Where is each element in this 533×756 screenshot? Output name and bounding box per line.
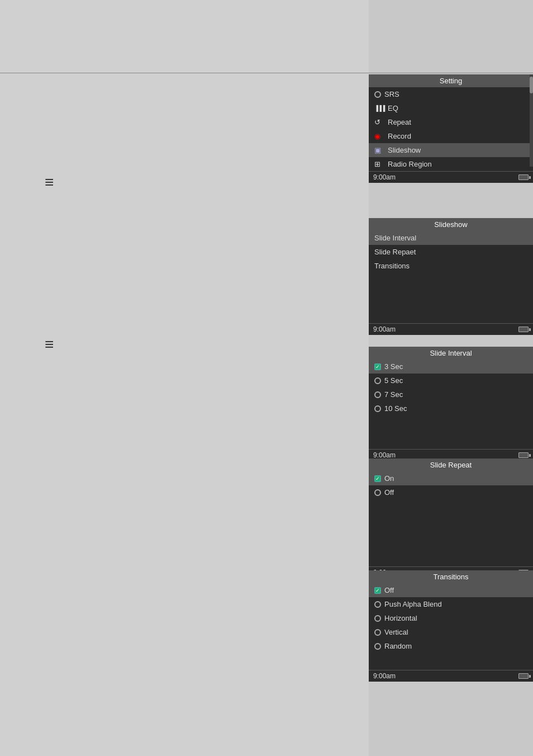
separator-line (0, 73, 533, 73)
transitions-panel-footer: 9:00am (369, 670, 533, 682)
slide-repeat-header: Slide Repeat (369, 459, 533, 471)
setting-item-eq[interactable]: ▐▐▐ EQ (369, 101, 533, 115)
transitions-time: 9:00am (373, 672, 396, 680)
setting-scrollbar-thumb (530, 77, 533, 93)
slideshow-panel: Slideshow Slide Interval Slide Repaet Tr… (369, 218, 533, 335)
push-alpha-label: Push Alpha Blend (384, 600, 442, 608)
transitions-panel: Transitions Off Push Alpha Blend Horizon… (369, 570, 533, 682)
slideshow-spacer-2 (369, 290, 533, 306)
setting-item-repeat[interactable]: ↺ Repeat (369, 115, 533, 129)
transitions-battery (518, 673, 529, 679)
repeat-spacer-4 (369, 550, 533, 566)
record-label: Record (388, 132, 411, 140)
interval-5sec-radio (374, 377, 381, 384)
slideshow-item-interval[interactable]: Slide Interval (369, 231, 533, 245)
menu-icon-2: ≡ (45, 336, 54, 353)
slide-interval-label: Slide Interval (374, 234, 416, 242)
interval-battery (518, 452, 529, 458)
interval-10sec[interactable]: 10 Sec (369, 401, 533, 415)
menu-icon-1: ≡ (45, 173, 54, 191)
interval-spacer-1 (369, 415, 533, 432)
slide-interval-panel: Slide Interval 3 Sec 5 Sec 7 Sec 10 Sec … (369, 347, 533, 461)
record-icon: ◉ (374, 132, 384, 140)
repeat-on[interactable]: On (369, 471, 533, 485)
slide-repeat-label: Slide Repaet (374, 248, 416, 256)
slide-interval-header: Slide Interval (369, 347, 533, 360)
repeat-label: Repeat (388, 118, 411, 126)
slideshow-label: Slideshow (388, 146, 421, 154)
eq-icon: ▐▐▐ (374, 105, 384, 111)
repeat-off[interactable]: Off (369, 485, 533, 499)
slideshow-battery (518, 327, 529, 332)
transition-vertical[interactable]: Vertical (369, 625, 533, 639)
interval-3sec[interactable]: 3 Sec (369, 360, 533, 374)
push-alpha-radio (374, 601, 381, 608)
repeat-icon: ↺ (374, 118, 384, 126)
radio-region-icon: ⊞ (374, 160, 384, 168)
interval-spacer-2 (369, 432, 533, 449)
setting-panel: Setting SRS ▐▐▐ EQ ↺ Repeat ◉ Record ▣ S… (369, 74, 533, 183)
slideshow-item-transitions[interactable]: Transitions (369, 259, 533, 273)
srs-radio (374, 91, 381, 98)
left-area (0, 0, 369, 756)
slide-repeat-panel: Slide Repeat On Off 9:00am (369, 459, 533, 578)
interval-time: 9:00am (373, 451, 396, 459)
interval-10sec-label: 10 Sec (384, 404, 407, 413)
slideshow-spacer-1 (369, 273, 533, 290)
srs-label: SRS (384, 90, 399, 98)
setting-battery (518, 174, 529, 180)
repeat-off-radio (374, 489, 381, 496)
setting-panel-header: Setting (369, 74, 533, 87)
slideshow-item-repeat[interactable]: Slide Repaet (369, 245, 533, 259)
setting-item-radio-region[interactable]: ⊞ Radio Region (369, 157, 533, 171)
transition-off-label: Off (384, 586, 394, 594)
repeat-off-label: Off (384, 488, 394, 497)
slideshow-panel-footer: 9:00am (369, 323, 533, 335)
random-label: Random (384, 642, 412, 650)
transitions-label: Transitions (374, 262, 410, 270)
horizontal-label: Horizontal (384, 614, 417, 622)
setting-item-slideshow[interactable]: ▣ Slideshow (369, 143, 533, 157)
interval-7sec-label: 7 Sec (384, 390, 403, 399)
vertical-label: Vertical (384, 628, 408, 636)
slideshow-icon: ▣ (374, 146, 384, 154)
transition-off[interactable]: Off (369, 583, 533, 597)
interval-7sec-radio (374, 391, 381, 398)
eq-label: EQ (388, 104, 398, 112)
interval-3sec-radio (374, 363, 381, 370)
transitions-header: Transitions (369, 570, 533, 583)
setting-panel-footer: 9:00am (369, 171, 533, 183)
interval-5sec[interactable]: 5 Sec (369, 374, 533, 388)
transition-random[interactable]: Random (369, 639, 533, 653)
transition-push-alpha[interactable]: Push Alpha Blend (369, 597, 533, 611)
interval-7sec[interactable]: 7 Sec (369, 388, 533, 401)
horizontal-radio (374, 615, 381, 622)
repeat-spacer-3 (369, 533, 533, 550)
transition-horizontal[interactable]: Horizontal (369, 611, 533, 625)
vertical-radio (374, 629, 381, 636)
setting-item-srs[interactable]: SRS (369, 87, 533, 101)
interval-10sec-radio (374, 405, 381, 412)
repeat-on-radio (374, 475, 381, 482)
repeat-spacer-1 (369, 499, 533, 516)
interval-5sec-label: 5 Sec (384, 376, 403, 385)
slideshow-spacer-3 (369, 306, 533, 323)
setting-scrollbar[interactable] (530, 74, 533, 167)
interval-3sec-label: 3 Sec (384, 362, 403, 371)
slideshow-panel-header: Slideshow (369, 218, 533, 231)
repeat-spacer-2 (369, 516, 533, 533)
slideshow-time: 9:00am (373, 325, 396, 333)
transition-off-radio (374, 587, 381, 594)
setting-time: 9:00am (373, 173, 396, 181)
repeat-on-label: On (384, 474, 394, 483)
transitions-spacer-1 (369, 653, 533, 670)
setting-item-record[interactable]: ◉ Record (369, 129, 533, 143)
random-radio (374, 643, 381, 650)
radio-region-label: Radio Region (388, 160, 432, 168)
